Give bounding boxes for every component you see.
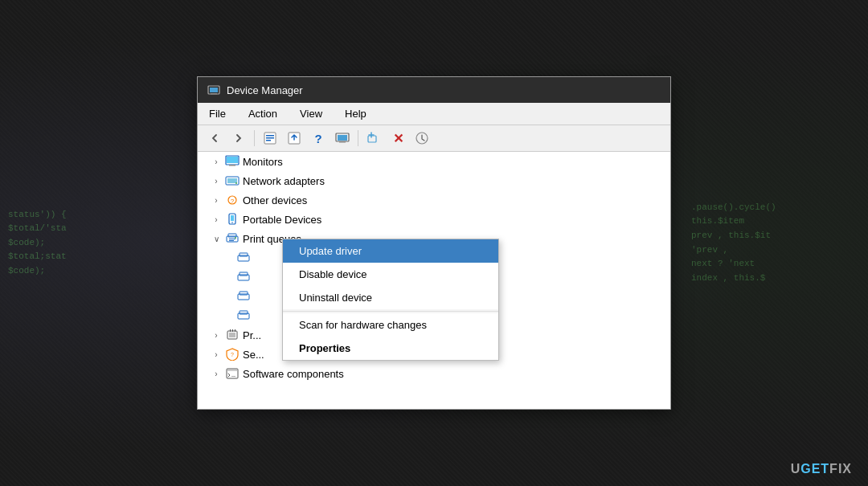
tree-item-other-devices[interactable]: › ? Other devices — [198, 190, 670, 210]
view-devices-button[interactable] — [332, 129, 353, 148]
svg-rect-26 — [229, 239, 235, 239]
portable-chevron: › — [211, 215, 222, 224]
svg-rect-41 — [235, 329, 235, 332]
print-sub-2-icon — [236, 271, 251, 284]
monitors-icon — [225, 155, 240, 168]
security-label: Se... — [243, 349, 264, 361]
svg-text:?: ? — [231, 352, 234, 357]
other-devices-icon: ? — [225, 194, 240, 206]
processors-icon — [225, 329, 240, 341]
menu-bar: File Action View Help — [198, 103, 670, 125]
svg-rect-6 — [266, 140, 271, 141]
add-device-button[interactable] — [363, 129, 384, 148]
security-icon: ? — [225, 348, 240, 361]
code-background-right: .pause().cycle() this.$item prev , this.… — [683, 0, 868, 486]
back-button[interactable] — [204, 129, 225, 148]
svg-point-28 — [235, 237, 236, 239]
code-background-left: status')) { $total/'sta $code); $total;s… — [0, 0, 217, 486]
software-label: Software components — [243, 368, 344, 380]
ctx-disable-device[interactable]: Disable device — [283, 263, 498, 286]
svg-rect-44 — [227, 370, 237, 371]
watermark: UGETFIX — [791, 462, 852, 476]
svg-point-18 — [235, 182, 237, 184]
device-manager-window: Device Manager File Action View Help — [197, 76, 671, 410]
svg-rect-9 — [338, 135, 347, 141]
properties-button[interactable] — [260, 129, 280, 148]
ctx-properties[interactable]: Properties — [283, 337, 498, 360]
forward-button[interactable] — [228, 129, 249, 148]
window-title: Device Manager — [227, 84, 303, 96]
help-button[interactable]: ? — [308, 129, 329, 148]
svg-rect-15 — [229, 165, 235, 166]
ctx-scan-hardware[interactable]: Scan for hardware changes — [283, 313, 498, 337]
context-menu: Update driver Disable device Uninstall d… — [282, 239, 499, 361]
tree-item-software[interactable]: › Software components — [198, 364, 670, 383]
ctx-uninstall-device[interactable]: Uninstall device — [283, 286, 498, 309]
menu-file[interactable]: File — [204, 106, 231, 121]
svg-rect-45 — [231, 376, 235, 377]
ctx-update-driver[interactable]: Update driver — [283, 239, 498, 263]
svg-rect-11 — [368, 136, 376, 142]
processors-label: Pr... — [243, 329, 261, 341]
network-label: Network adapters — [243, 175, 325, 187]
print-sub-1-icon — [236, 251, 251, 264]
svg-rect-38 — [229, 333, 235, 337]
toolbar-separator-1 — [254, 130, 255, 146]
window-icon — [207, 84, 220, 96]
menu-help[interactable]: Help — [340, 106, 371, 121]
processors-chevron: › — [211, 331, 222, 340]
tree-item-network[interactable]: › Network adapters — [198, 171, 670, 190]
svg-rect-27 — [229, 240, 234, 241]
toolbar: ? ✕ — [198, 125, 670, 152]
other-devices-chevron: › — [211, 196, 222, 205]
print-queues-icon — [225, 232, 240, 245]
svg-rect-40 — [232, 329, 233, 332]
svg-rect-22 — [231, 215, 234, 221]
menu-view[interactable]: View — [295, 106, 327, 121]
svg-rect-4 — [266, 135, 274, 137]
svg-rect-5 — [266, 137, 274, 139]
software-chevron: › — [211, 370, 222, 378]
portable-icon — [225, 213, 240, 226]
other-devices-label: Other devices — [243, 194, 307, 206]
svg-text:?: ? — [231, 198, 235, 205]
remove-device-button[interactable]: ✕ — [387, 129, 408, 148]
tree-content: › Monitors › Network adapters — [198, 152, 670, 409]
svg-rect-39 — [230, 329, 231, 332]
monitors-label: Monitors — [243, 156, 283, 168]
print-queues-chevron: ∨ — [211, 235, 222, 243]
network-icon — [225, 174, 240, 187]
update-driver-button[interactable] — [284, 129, 305, 148]
tree-item-portable-devices[interactable]: › Portable Devices — [198, 210, 670, 229]
toolbar-separator-2 — [358, 130, 358, 146]
menu-action[interactable]: Action — [244, 106, 282, 121]
security-chevron: › — [211, 350, 222, 359]
software-icon — [225, 367, 240, 380]
svg-rect-2 — [211, 93, 217, 95]
svg-rect-14 — [227, 157, 238, 163]
network-chevron: › — [211, 177, 222, 186]
print-sub-3-icon — [236, 290, 251, 303]
monitors-chevron: › — [211, 157, 222, 166]
title-bar: Device Manager — [198, 77, 670, 103]
print-sub-4-icon — [236, 309, 251, 322]
svg-rect-1 — [210, 88, 218, 92]
ctx-separator — [283, 311, 498, 312]
svg-rect-17 — [227, 178, 237, 183]
scan-hardware-button[interactable] — [411, 129, 432, 148]
svg-rect-10 — [339, 141, 346, 143]
tree-item-monitors[interactable]: › Monitors — [198, 152, 670, 171]
portable-devices-label: Portable Devices — [243, 214, 321, 226]
svg-point-23 — [231, 222, 233, 223]
